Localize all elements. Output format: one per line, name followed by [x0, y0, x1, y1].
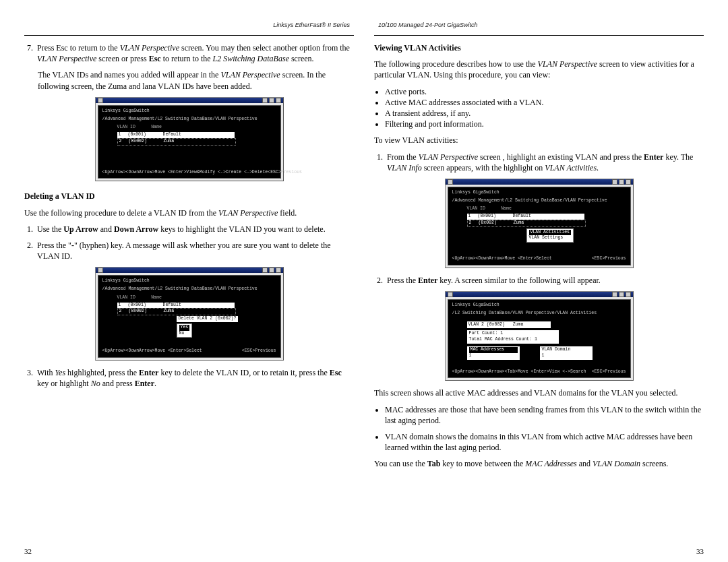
rule-left — [24, 35, 354, 36]
view-intro: The following procedure describes how to… — [374, 59, 704, 80]
folio-right: 33 — [696, 547, 704, 555]
view-step-2: 2. Press the Enter key. A screen similar… — [374, 275, 704, 286]
running-head-right: 10/100 Managed 24-Port GigaSwitch — [374, 22, 704, 30]
step-7: 7. Press Esc to return to the VLAN Persp… — [24, 42, 354, 64]
delete-step-1: 1. Use the Up Arrow and Down Arrow keys … — [24, 224, 354, 235]
screenshot-vlan-perspective-added: Linksys GigaSwitch /Advanced Management/… — [95, 97, 284, 182]
bullet-filtering: Filtering and port information. — [385, 119, 704, 129]
heading-viewing-vlan-activities: Viewing VLAN Activities — [374, 42, 704, 53]
bullet-active-mac: Active MAC addresses associated with a V… — [385, 97, 704, 108]
definition-bullets: MAC addresses are those that have been s… — [374, 404, 704, 454]
bullet-mac-def: MAC addresses are those that have been s… — [385, 404, 704, 426]
delete-step-2: 2. Press the "-" (hyphen) key. A message… — [24, 240, 354, 261]
to-view-label: To view VLAN activities: — [374, 135, 704, 146]
view-bullets: Active ports. Active MAC addresses assoc… — [374, 86, 704, 130]
screenshot-delete-confirm: Linksys GigaSwitch /Advanced Management/… — [95, 267, 284, 361]
running-head-left: Linksys EtherFast® II Series — [24, 22, 354, 30]
bullet-transient: A transient address, if any. — [385, 108, 704, 119]
bullet-domain-def: VLAN domain shows the domains in this VL… — [385, 431, 704, 453]
step-7-text: Press Esc to return to the VLAN Perspect… — [37, 42, 354, 64]
folio-left: 32 — [24, 547, 32, 555]
rule-right — [374, 35, 704, 36]
tab-key-note: You can use the Tab key to move between … — [374, 458, 704, 469]
delete-step-3: 3. With Yes highlighted, press the Enter… — [24, 367, 354, 389]
delete-intro: Use the following procedure to delete a … — [24, 208, 354, 218]
view-step-1: 1. From the VLAN Perspective screen , hi… — [374, 152, 704, 173]
heading-deleting-vlan-id: Deleting a VLAN ID — [24, 191, 354, 201]
screenshot-vlan-info-menu: Linksys GigaSwitch /Advanced Management/… — [445, 179, 634, 268]
after-shot-text: This screen shows all active MAC address… — [374, 387, 704, 398]
screenshot-vlan-activities: Linksys GigaSwitch /L2 Switching DataBas… — [445, 291, 634, 381]
page-left: Linksys EtherFast® II Series 7. Press Es… — [24, 22, 354, 555]
body-right: Viewing VLAN Activities The following pr… — [374, 42, 704, 543]
bullet-active-ports: Active ports. — [385, 86, 704, 97]
body-left: 7. Press Esc to return to the VLAN Persp… — [24, 42, 354, 543]
page-right: 10/100 Managed 24-Port GigaSwitch Viewin… — [374, 22, 704, 555]
note-vlan-ids: The VLAN IDs and names you added will ap… — [24, 69, 354, 91]
